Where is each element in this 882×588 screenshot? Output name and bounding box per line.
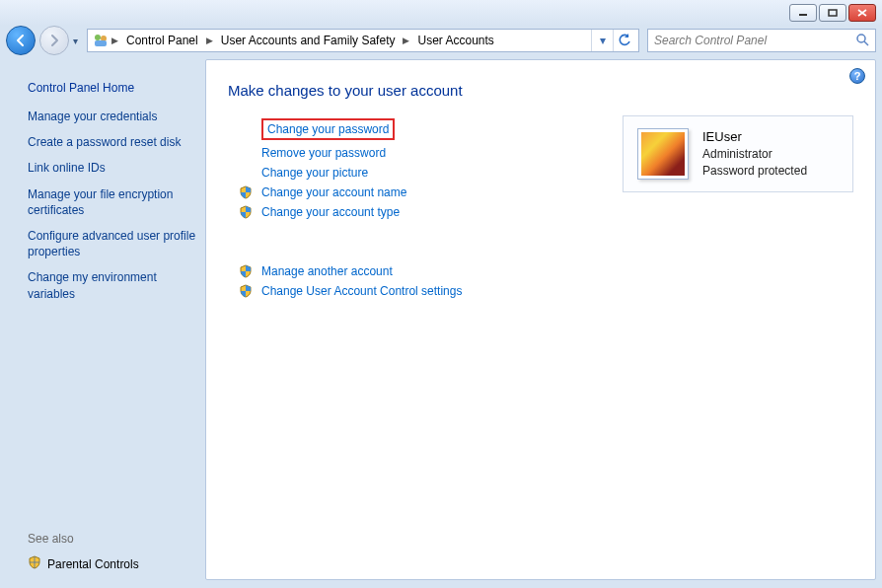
sidebar-link-advanced-profile[interactable]: Configure advanced user profile properti… bbox=[28, 228, 197, 259]
sidebar-link-link-online-ids[interactable]: Link online IDs bbox=[28, 160, 197, 176]
task-change-account-type[interactable]: Change your account type bbox=[261, 205, 400, 219]
user-name: IEUser bbox=[702, 128, 807, 146]
sidebar-link-file-encryption[interactable]: Manage your file encryption certificates bbox=[28, 186, 197, 218]
task-change-uac-settings[interactable]: Change User Account Control settings bbox=[261, 284, 462, 298]
svg-rect-4 bbox=[95, 40, 107, 46]
shield-icon bbox=[28, 555, 41, 572]
task-remove-password[interactable]: Remove your password bbox=[261, 146, 386, 160]
user-account-card: IEUser Administrator Password protected bbox=[623, 115, 853, 192]
task-change-picture[interactable]: Change your picture bbox=[261, 166, 368, 180]
forward-button[interactable] bbox=[39, 26, 69, 55]
user-picture bbox=[641, 132, 685, 176]
address-dropdown-button[interactable]: ▾ bbox=[591, 30, 613, 51]
breadcrumb-user-accounts[interactable]: User Accounts bbox=[411, 34, 499, 47]
sidebar-link-manage-credentials[interactable]: Manage your credentials bbox=[28, 109, 197, 124]
sidebar-link-password-reset-disk[interactable]: Create a password reset disk bbox=[28, 134, 197, 150]
shield-icon bbox=[238, 185, 254, 199]
user-info: IEUser Administrator Password protected bbox=[702, 128, 807, 180]
search-placeholder: Search Control Panel bbox=[654, 34, 767, 47]
chevron-right-icon[interactable]: ▶ bbox=[204, 36, 215, 45]
svg-point-2 bbox=[95, 35, 101, 40]
task-change-account-name[interactable]: Change your account name bbox=[261, 185, 406, 199]
user-role: Administrator bbox=[702, 146, 807, 163]
nav-history-dropdown[interactable]: ▾ bbox=[73, 36, 83, 46]
highlighted-task: Change your password bbox=[261, 118, 395, 140]
svg-line-6 bbox=[864, 41, 868, 45]
sidebar-link-parental-controls[interactable]: Parental Controls bbox=[28, 555, 197, 572]
breadcrumb-control-panel[interactable]: Control Panel bbox=[120, 34, 204, 47]
shield-icon bbox=[238, 205, 254, 219]
sidebar-item-label: Parental Controls bbox=[47, 557, 139, 571]
task-manage-another-account[interactable]: Manage another account bbox=[261, 264, 393, 278]
chevron-right-icon[interactable]: ▶ bbox=[110, 36, 120, 45]
user-picture-frame[interactable] bbox=[637, 128, 689, 180]
refresh-button[interactable] bbox=[613, 30, 634, 51]
address-bar[interactable]: ▶ Control Panel ▶ User Accounts and Fami… bbox=[87, 29, 639, 52]
svg-point-5 bbox=[857, 35, 865, 42]
maximize-button[interactable] bbox=[819, 4, 846, 22]
svg-rect-0 bbox=[799, 14, 807, 16]
main-pane: ? Make changes to your user account Chan… bbox=[205, 59, 876, 580]
task-change-password[interactable]: Change your password bbox=[267, 122, 389, 136]
search-icon[interactable] bbox=[855, 33, 869, 49]
breadcrumb-user-accounts-family[interactable]: User Accounts and Family Safety bbox=[215, 34, 402, 47]
see-also-heading: See also bbox=[28, 532, 197, 546]
users-icon bbox=[92, 32, 110, 49]
window-titlebar bbox=[0, 0, 882, 26]
search-input[interactable]: Search Control Panel bbox=[647, 29, 876, 52]
close-button[interactable] bbox=[848, 4, 876, 22]
content-area: Control Panel Home Manage your credentia… bbox=[0, 55, 882, 588]
sidebar: Control Panel Home Manage your credentia… bbox=[6, 59, 205, 580]
shield-icon bbox=[238, 264, 254, 278]
toolbar: ▾ ▶ Control Panel ▶ User Accounts and Fa… bbox=[0, 26, 882, 55]
help-button[interactable]: ? bbox=[849, 68, 865, 84]
control-panel-home-link[interactable]: Control Panel Home bbox=[28, 81, 197, 95]
shield-icon bbox=[238, 284, 254, 298]
sidebar-link-env-variables[interactable]: Change my environment variables bbox=[28, 269, 197, 301]
back-button[interactable] bbox=[6, 26, 36, 55]
user-password-status: Password protected bbox=[702, 163, 807, 180]
svg-rect-1 bbox=[829, 10, 837, 16]
page-title: Make changes to your user account bbox=[228, 82, 857, 99]
minimize-button[interactable] bbox=[789, 4, 817, 22]
chevron-right-icon[interactable]: ▶ bbox=[401, 36, 411, 45]
